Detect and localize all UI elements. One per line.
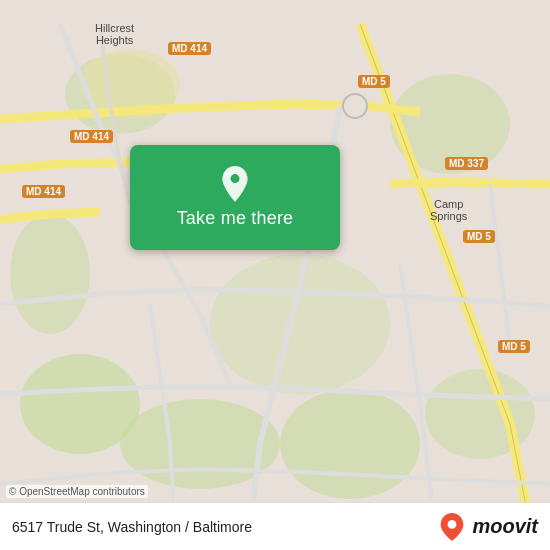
road-label-md5-1: MD 5 — [358, 75, 390, 88]
take-me-there-label: Take me there — [177, 208, 294, 229]
svg-point-10 — [231, 174, 240, 183]
svg-point-2 — [280, 389, 420, 499]
place-label-hillcrest: Hillcrest Heights — [95, 22, 134, 46]
road-label-md414-3: MD 414 — [22, 185, 65, 198]
svg-point-7 — [10, 214, 90, 334]
map-container: MD 414 MD 5 MD 414 MD 414 MD 5 MD 337 MD… — [0, 0, 550, 550]
bottom-bar: 6517 Trude St, Washington / Baltimore mo… — [0, 502, 550, 550]
take-me-there-button[interactable]: Take me there — [130, 145, 340, 250]
moovit-pin-icon — [438, 513, 466, 541]
address-text: 6517 Trude St, Washington / Baltimore — [12, 519, 252, 535]
moovit-logo: moovit — [438, 513, 538, 541]
svg-point-9 — [343, 94, 367, 118]
place-label-camp-springs: Camp Springs — [430, 198, 467, 222]
map-svg — [0, 0, 550, 550]
road-label-md5-3: MD 5 — [498, 340, 530, 353]
road-label-md414-1: MD 414 — [168, 42, 211, 55]
road-label-md337: MD 337 — [445, 157, 488, 170]
road-label-md414-2: MD 414 — [70, 130, 113, 143]
road-label-md5-2: MD 5 — [463, 230, 495, 243]
location-pin-icon — [217, 166, 253, 202]
svg-point-11 — [448, 520, 457, 529]
copyright-text: © OpenStreetMap contributors — [6, 485, 148, 498]
moovit-brand-name: moovit — [472, 515, 538, 538]
